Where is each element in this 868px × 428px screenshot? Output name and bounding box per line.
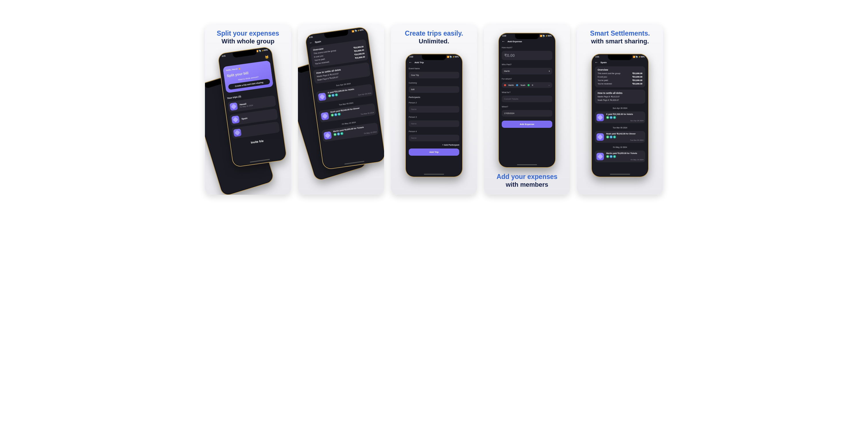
screen-title: Spain [315,40,321,44]
screenshot-gallery: Split your expenses With whole group 3:2… [0,0,868,219]
chevron-down-icon: ⌄ [548,84,550,86]
phone-notch [422,55,446,60]
overview-header: Overview [598,69,642,71]
settle-header: How to settle all debts [598,92,642,94]
person2-input[interactable]: Name [409,106,459,113]
expense-date-header: Tue Mar 05 2024 [595,127,645,129]
label-participants: Participants [409,96,459,98]
status-time: 3:21 [309,36,313,39]
payer-value: Martin [504,70,510,73]
promo-card-4: 3:22 📶 📡 ⚡83% ← Add Expense How much? ₹0… [484,24,570,195]
expense-icon [596,114,604,121]
status-indicators: 📶 📡 ⚡83% [352,29,364,33]
label-event-name: Event Name [409,67,459,69]
amount-input[interactable]: ₹0.00 [502,51,552,60]
trip-icon [229,103,238,111]
promo-card-5: Smart Settlements. with smart sharing. 3… [577,24,663,195]
phone-mock-add-trip: 3:22 📶 📡 ⚡83% ← Add Trip Event Name Goa … [405,54,463,177]
trip-icon [233,129,241,137]
mkt-subtitle: with smart sharing. [591,38,649,45]
expense-row[interactable]: Martin paid ₹4,655.00 for Tickets MNK Fr… [595,150,645,162]
expense-row[interactable]: K paid ₹22,509.00 for Hotels MNK Sun Apr… [595,111,645,123]
overview-row: You've paid:₹33,806.00 [598,79,642,82]
add-expense-button[interactable]: Add Expense [502,121,552,128]
phone-mock-settlements: 3:21 📶 📡 ⚡83% ← Spain Overview This even… [591,54,649,177]
label-what-for: What for? [502,91,552,93]
mkt-title: Add your expenses [484,173,570,180]
add-participant-button[interactable]: + Add Participant [409,144,459,146]
member-avatars: MNK [606,136,644,139]
currency-input[interactable]: INR [409,86,459,93]
screen-title: Add Expense [507,40,522,43]
expense-date-header: Fri May 10 2024 [595,146,645,148]
label-person2: Person 2 [409,102,459,104]
home-indicator [424,174,444,175]
expense-icon [318,92,327,101]
phone-notch [608,55,632,60]
status-indicators: 📶 📡 ⚡83% [633,56,645,58]
payer-select[interactable]: Martin ▾ [502,68,552,75]
title-bar: ← Add Expense [502,40,552,43]
member-dot-icon [504,84,506,86]
mkt-title: Create trips easily. [405,30,463,37]
overview-row: It cost you:₹33,806.00 [598,76,642,78]
status-time: 3:22 [502,35,506,37]
chip-label: Martin [508,84,514,86]
event-name-input[interactable]: Goa Trip [409,72,459,79]
overview-row: You've received:₹33,806.00 [598,83,642,85]
person3-input[interactable]: Name [409,120,459,127]
overview-row: This event cost the group:₹33,806.00 [598,73,642,75]
settle-line: Noah Pays K ₹4,626.67 [598,99,642,102]
member-dot-icon [516,84,518,86]
title-bar: ← Spain [595,61,645,64]
what-for-input[interactable]: Concert Tickets [502,96,552,102]
back-icon[interactable]: ← [309,41,313,45]
expense-row[interactable]: Noah paid ₹6,642.00 for Dinner MNK Tue M… [595,131,645,143]
invite-teaser: Invite frie [234,137,281,147]
member-avatars: MNK [606,116,644,119]
mkt-subtitle: Unlimited. [419,38,449,45]
title-bar: ← Add Trip [409,61,459,64]
mkt-title: Split your expenses [217,30,279,37]
expense-title: Noah paid ₹6,642.00 for Dinner [606,133,644,135]
status-indicators: 📶 📡 ⚡83% [540,35,552,37]
mkt-subtitle: With whole group [222,38,274,45]
phone-notch [515,34,539,39]
promo-card-3: Create trips easily. Unlimited. 3:22 📶 📡… [391,24,477,195]
status-indicators: 📶 📡 ⚡83% [447,56,459,58]
home-indicator [610,174,630,175]
person4-input[interactable]: Name [409,135,459,141]
back-icon[interactable]: ← [595,61,598,64]
label-for-whom: For whom? [502,78,552,80]
home-indicator [517,164,537,165]
chip-label: Noah [520,84,525,86]
when-input[interactable]: 17/05/2024 [502,110,552,117]
phone-mock-add-expense: 3:22 📶 📡 ⚡83% ← Add Expense How much? ₹0… [498,33,556,168]
chevron-down-icon: ▾ [549,70,550,73]
expense-date-header: Sun Apr 28 2024 [595,107,645,109]
member-avatars: MNK [606,155,644,158]
back-icon[interactable]: ← [409,61,412,64]
expense-date: Fri May 10 2024 [606,159,644,161]
for-whom-select[interactable]: Martin Noah K ⌄ [502,82,552,88]
screen-title: Spain [600,61,607,64]
settle-panel: How to settle all debts Martin Pays K ₹5… [595,90,645,104]
trip-icon [231,115,240,124]
add-trip-button[interactable]: Add Trip [409,148,459,156]
promo-card-1: Split your expenses With whole group 3:2… [205,24,291,195]
expense-icon [596,153,604,160]
label-currency: Currency [409,82,459,84]
expense-title: Martin paid ₹4,655.00 for Tickets [606,152,644,154]
status-time: 3:21 [222,55,226,58]
expense-title: K paid ₹22,509.00 for Hotels [606,113,644,115]
mkt-title: Smart Settlements. [590,30,650,37]
overview-panel: Overview This event cost the group:₹33,8… [595,66,645,87]
label-person3: Person 3 [409,116,459,118]
expense-icon [323,131,332,140]
phone-notch [232,49,257,58]
back-icon[interactable]: ← [502,40,505,43]
member-dot-icon [528,84,530,86]
trip-name: Spain [241,117,248,120]
status-time: 3:22 [409,56,413,58]
mkt-subtitle: with members [484,181,570,189]
